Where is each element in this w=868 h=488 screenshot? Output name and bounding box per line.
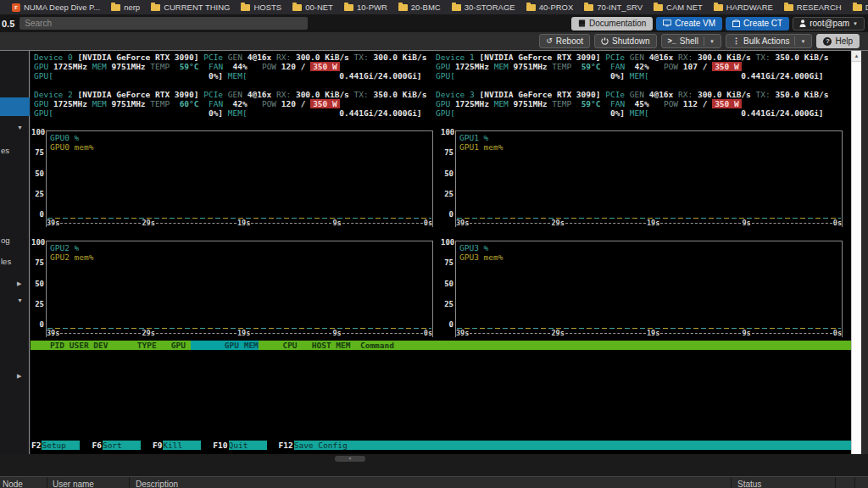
bookmark-label: NUMA Deep Dive P...	[24, 3, 100, 12]
task-log-table-header: NodeUser nameDescriptionStatus	[0, 476, 868, 488]
tree-item-fragment[interactable]: og	[1, 236, 10, 245]
x-axis-tick: 29s	[550, 330, 565, 337]
terminal-text-segment: 9751MHz	[112, 99, 151, 108]
bookmark-item[interactable]: HARDWARE	[714, 3, 773, 12]
bookmark-label: CAM NET	[666, 3, 703, 12]
help-button[interactable]: ? Help	[816, 34, 860, 48]
terminal-text-segment: PCIe	[203, 90, 228, 99]
x-axis-tick: 9s	[741, 330, 751, 337]
terminal-text-line: Device 3 [NVIDIA GeForce RTX 3090] PCIe …	[436, 90, 828, 99]
terminal-text-segment: TX:	[354, 53, 374, 62]
documentation-button[interactable]: Documentation	[571, 17, 653, 30]
chevron-right-icon[interactable]: ▶	[17, 373, 21, 379]
terminal-text-segment: 350 W	[310, 62, 340, 71]
bookmark-item[interactable]: DEVOPS	[853, 3, 868, 12]
terminal-text-segment: 4@16x	[248, 53, 276, 62]
column-divider	[47, 477, 47, 488]
bookmark-item[interactable]: 20-BMC	[398, 3, 441, 12]
bookmark-item[interactable]: nerp	[111, 3, 140, 12]
terminal-scrollbar[interactable]: ▲	[851, 51, 861, 454]
bulk-actions-button[interactable]: ⋮ Bulk Actions ▼	[726, 34, 812, 48]
table-column-header[interactable]: Status	[737, 480, 761, 488]
bookmark-item[interactable]: 30-STORAGE	[452, 3, 515, 12]
browser-window: FNUMA Deep Dive P...nerpCURRENT THINGHOS…	[0, 0, 868, 488]
terminal-text-segment: Device 1	[436, 53, 479, 62]
reboot-button[interactable]: ↺ Reboot	[539, 34, 590, 48]
y-axis-tick: 50	[31, 280, 44, 289]
terminal-text-segment: 300.0 KiB/s	[296, 90, 354, 99]
create-ct-button[interactable]: Create CT	[726, 17, 789, 30]
terminal-text-segment: GEN	[228, 53, 248, 62]
legend-entry: GPU0 mem%	[50, 142, 93, 152]
x-axis-segment	[342, 332, 423, 334]
folder-icon	[398, 4, 408, 11]
chevron-down-icon[interactable]: ▼	[800, 39, 805, 44]
x-axis-tick: 39s	[46, 219, 60, 227]
terminal-text-segment: MEM[	[630, 108, 649, 118]
bookmark-item[interactable]: RESEARCH	[784, 3, 842, 12]
terminal-text-segment: TEMP	[552, 99, 581, 108]
bookmark-item[interactable]: 40-PROX	[526, 3, 574, 12]
terminal-text-segment: POW	[664, 99, 683, 108]
terminal-text-segment: 45%	[635, 99, 664, 108]
terminal-text-segment: GPU	[436, 62, 455, 71]
shell-icon: >_	[668, 37, 676, 45]
bookmark-label: 40-PROX	[539, 3, 574, 12]
terminal-text-segment: Device 2	[34, 90, 77, 99]
create-vm-button[interactable]: Create VM	[656, 17, 722, 30]
terminal-text-segment: GPU[	[34, 71, 53, 80]
x-axis: 39s29s19s9s0s	[455, 330, 843, 337]
bookmark-item[interactable]: 00-NET	[292, 3, 333, 12]
shutdown-button[interactable]: Shutdown	[594, 34, 656, 48]
scroll-up-icon[interactable]: ▲	[852, 51, 861, 62]
terminal-text-segment: 42%	[635, 62, 664, 71]
folder-icon	[654, 4, 663, 11]
tree-item-fragment[interactable]: les	[1, 257, 11, 266]
terminal-text-line: GPU 1725MHz MEM 9751MHz TEMP 59°C FAN 42…	[436, 62, 828, 71]
chevron-right-icon[interactable]: ▶	[17, 280, 21, 286]
bookmark-item[interactable]: HOSTS	[241, 3, 281, 12]
search-input[interactable]	[19, 17, 308, 30]
y-axis-tick: 0	[441, 210, 453, 219]
bookmark-item[interactable]: CURRENT THING	[151, 3, 230, 12]
terminal-text-segment: RX:	[678, 53, 698, 62]
x-axis-segment	[156, 222, 236, 224]
folder-icon	[151, 4, 160, 11]
x-axis-segment	[470, 222, 550, 224]
terminal-text-segment: 0.441Gi/24.000Gi]	[248, 108, 422, 118]
panel-splitter-handle[interactable]: ▼	[335, 456, 365, 462]
bookmark-item[interactable]: 10-PWR	[344, 3, 387, 12]
kebab-icon: ⋮	[732, 37, 740, 45]
chevron-down-icon[interactable]: ▼	[17, 125, 23, 130]
fkey-key: F9	[152, 441, 163, 450]
terminal-text-segment: 300.0 KiB/s	[698, 53, 756, 62]
fkey-item: F6Sort	[91, 441, 140, 450]
terminal-text-segment: POW	[262, 99, 281, 108]
terminal-text-segment: GPU	[34, 99, 53, 108]
y-axis-tick: 75	[31, 148, 44, 158]
x-axis-tick: 19s	[646, 219, 660, 227]
table-column-header[interactable]: Node	[3, 480, 23, 488]
shell-button[interactable]: >_ Shell ▼	[661, 34, 721, 48]
user-menu-button[interactable]: root@pam ▼	[793, 17, 865, 30]
y-axis-tick: 50	[441, 280, 453, 289]
process-header-sort-column: GPU MEM	[191, 341, 259, 350]
tree-selected-item[interactable]	[0, 97, 30, 116]
bookmark-item[interactable]: 70-INT_SRV	[584, 3, 643, 12]
table-column-header[interactable]: Description	[136, 480, 178, 488]
chevron-down-icon[interactable]: ▼	[709, 39, 715, 44]
terminal-text-line: Device 2 [NVIDIA GeForce RTX 3090] PCIe …	[34, 90, 426, 99]
shell-terminal-nvtop[interactable]: 1007550250GPU0 %GPU0 mem%39s29s19s9s0s10…	[31, 51, 851, 454]
tree-item-fragment[interactable]: es	[1, 146, 9, 155]
table-column-header[interactable]: User name	[53, 480, 94, 488]
bookmarks-bar: FNUMA Deep Dive P...nerpCURRENT THINGHOS…	[0, 0, 868, 14]
process-header-left: PID USER DEV TYPE GPU	[31, 341, 191, 350]
bookmark-item[interactable]: FNUMA Deep Dive P...	[12, 3, 100, 12]
terminal-text-line: GPU[ 0%] MEM[ 0.441Gi/24.000Gi]	[436, 108, 828, 118]
x-axis-tick: 0s	[832, 330, 843, 337]
terminal-text-segment: 0%]	[455, 108, 630, 118]
folder-icon	[853, 4, 862, 11]
bookmark-item[interactable]: CAM NET	[654, 3, 703, 12]
chevron-down-icon[interactable]: ▼	[17, 297, 23, 303]
terminal-text-line: GPU[ 0%] MEM[ 0.441Gi/24.000Gi]	[34, 71, 426, 80]
